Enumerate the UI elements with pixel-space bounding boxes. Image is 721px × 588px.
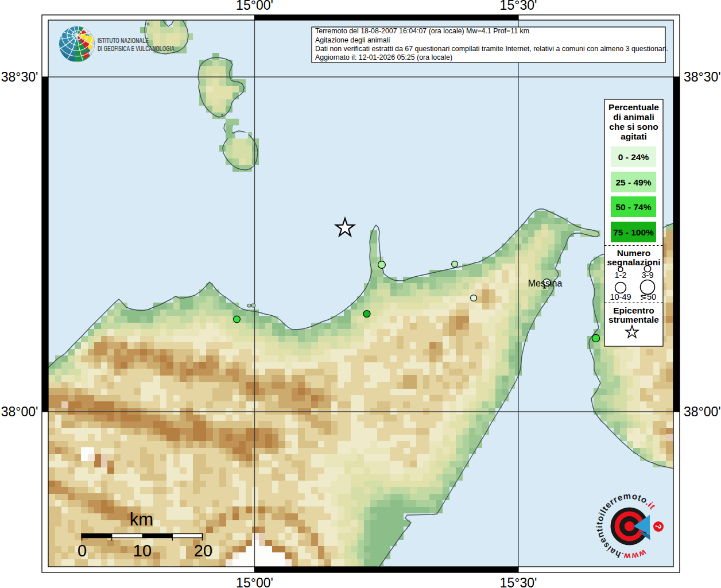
svg-text:3-9: 3-9: [642, 270, 654, 280]
svg-text:Epicentro: Epicentro: [613, 305, 654, 315]
svg-text:15°00': 15°00': [236, 0, 273, 13]
svg-text:Numero: Numero: [617, 248, 651, 258]
svg-text:38°00': 38°00': [684, 404, 721, 419]
svg-text:75 - 100%: 75 - 100%: [613, 227, 654, 237]
svg-text:50 - 74%: 50 - 74%: [615, 202, 651, 212]
svg-text:38°30': 38°30': [1, 69, 38, 84]
svg-text:38°30': 38°30': [684, 69, 721, 84]
svg-text:0 - 24%: 0 - 24%: [618, 152, 649, 162]
svg-text:Messina: Messina: [528, 278, 563, 288]
svg-text:strumentale: strumentale: [608, 315, 659, 324]
svg-text:1-2: 1-2: [615, 270, 627, 280]
svg-text:Percentuale: Percentuale: [608, 102, 659, 112]
svg-text:di animali: di animali: [613, 112, 654, 122]
svg-text:15°00': 15°00': [236, 575, 273, 588]
svg-text:Agitazione degli animali: Agitazione degli animali: [315, 36, 390, 44]
svg-text:che si sono: che si sono: [609, 122, 658, 131]
svg-text:10: 10: [133, 541, 152, 560]
svg-text:agitati: agitati: [621, 131, 647, 141]
svg-text:Terremoto del 18-08-2007 16:04: Terremoto del 18-08-2007 16:04:07 (ora l…: [315, 27, 529, 35]
svg-text:⋝50: ⋝50: [640, 292, 656, 301]
svg-text:km: km: [130, 509, 153, 529]
svg-text:ISTITUTO NAZIONALE: ISTITUTO NAZIONALE: [98, 36, 149, 44]
svg-text:DI GEOFISICA E VULCANOLOGIA: DI GEOFISICA E VULCANOLOGIA: [98, 44, 175, 52]
svg-text:10-49: 10-49: [610, 292, 631, 301]
svg-text:Aggiornato il: 12-01-2026 05:2: Aggiornato il: 12-01-2026 05:25 (ora loc…: [315, 53, 452, 61]
svg-text:segnalazioni: segnalazioni: [607, 257, 660, 267]
svg-text:Dati non verificati estratti d: Dati non verificati estratti da 67 quest…: [315, 45, 668, 53]
svg-text:38°00': 38°00': [1, 404, 38, 419]
svg-text:25 - 49%: 25 - 49%: [615, 177, 651, 187]
svg-text:15°30': 15°30': [500, 575, 537, 588]
svg-text:20: 20: [194, 541, 212, 560]
svg-text:15°30': 15°30': [500, 0, 537, 13]
svg-text:0: 0: [77, 541, 87, 560]
svg-text:?: ?: [654, 524, 663, 529]
